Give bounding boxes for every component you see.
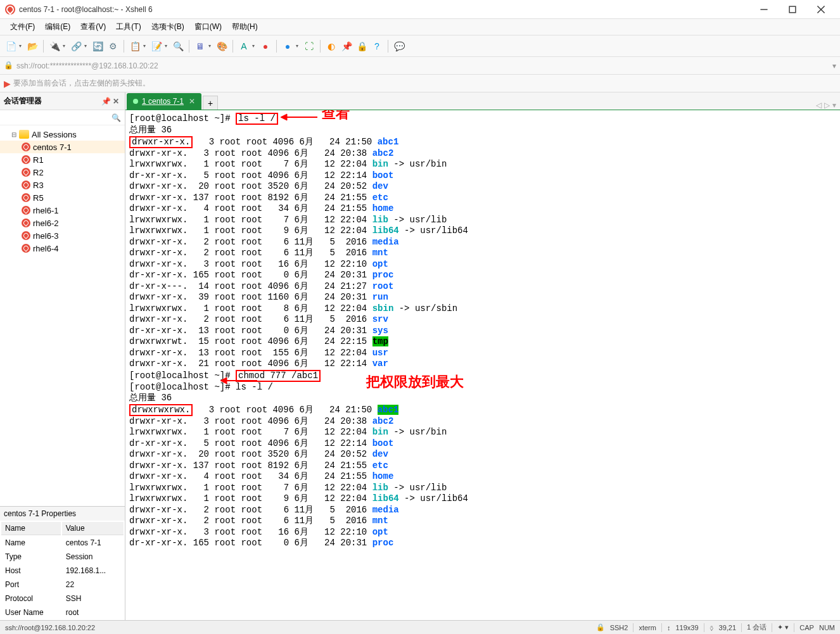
- toolbar-dropdown[interactable]: ▾: [208, 43, 213, 49]
- hint-text: 要添加当前会话，点击左侧的箭头按钮。: [13, 78, 150, 89]
- flag-icon: ▶: [4, 79, 11, 89]
- tree-session[interactable]: rhel6-2: [0, 217, 125, 229]
- transparent-icon[interactable]: ◐: [324, 39, 338, 53]
- properties-icon[interactable]: ⚙: [106, 39, 120, 53]
- tree-session[interactable]: rhel6-4: [0, 242, 125, 255]
- ontop-icon[interactable]: 📌: [340, 39, 353, 53]
- status-cursor-icon: ⎀: [710, 624, 714, 631]
- svg-marker-7: [220, 377, 227, 384]
- tree-session[interactable]: R3: [0, 179, 125, 191]
- lock-icon[interactable]: 🔒: [355, 39, 369, 53]
- paste-icon[interactable]: 📝: [150, 39, 163, 53]
- session-icon: [22, 206, 30, 215]
- add-tab-button[interactable]: +: [203, 96, 218, 110]
- prop-key: Type: [1, 550, 61, 563]
- lock-icon: 🔒: [4, 61, 14, 71]
- tree-session[interactable]: R2: [0, 166, 125, 179]
- session-panel-title: 会话管理器: [4, 96, 101, 106]
- address-text[interactable]: ssh://root:**************@192.168.10.20:…: [16, 61, 832, 70]
- help-icon[interactable]: ?: [370, 39, 384, 53]
- prop-header-name: Name: [1, 522, 61, 535]
- toolbar-dropdown[interactable]: ▾: [63, 43, 68, 49]
- prop-key: Name: [1, 536, 61, 549]
- prop-key: Protocol: [1, 592, 61, 605]
- reconnect-icon[interactable]: 🔄: [91, 39, 105, 53]
- session-tree: ⊟All Sessionscentos 7-1R1R2R3R5rhel6-1rh…: [0, 125, 125, 506]
- status-nav-icon[interactable]: ✦ ▾: [777, 623, 789, 631]
- tab-next-icon[interactable]: ▷: [824, 101, 830, 110]
- menu-item-3[interactable]: 工具(T): [111, 19, 146, 35]
- toolbar-dropdown[interactable]: ▾: [296, 43, 301, 49]
- menu-item-1[interactable]: 编辑(E): [40, 19, 75, 35]
- close-button[interactable]: [806, 1, 835, 18]
- address-dropdown-icon[interactable]: ▾: [832, 61, 836, 70]
- tab-prev-icon[interactable]: ◁: [816, 101, 822, 110]
- session-manager-panel: 会话管理器 📌 ✕ 🔍 ⊟All Sessionscentos 7-1R1R2R…: [0, 92, 125, 620]
- folder-icon: [19, 130, 29, 139]
- session-icon: [22, 193, 30, 202]
- font-icon[interactable]: A: [237, 39, 251, 53]
- status-bar: ssh://root@192.168.10.20:22 🔒 SSH2 xterm…: [0, 620, 840, 634]
- screen-icon[interactable]: 🖥: [193, 39, 207, 53]
- pin-icon[interactable]: 📌: [101, 97, 111, 106]
- session-icon: [22, 168, 30, 177]
- blue-ball-icon[interactable]: ●: [281, 39, 295, 53]
- terminal-output[interactable]: [root@localhost ~]# ls -l / 总用量 36 drwxr…: [125, 110, 840, 620]
- session-icon: [22, 244, 30, 253]
- tree-session[interactable]: R5: [0, 191, 125, 204]
- prop-val: 192.168.1...: [62, 564, 124, 577]
- tab-label: 1 centos 7-1: [142, 97, 184, 106]
- connection-status-icon: [133, 99, 138, 104]
- tab-list-icon[interactable]: ▾: [832, 101, 836, 110]
- tab-nav: ◁ ▷ ▾: [816, 101, 840, 110]
- menu-item-0[interactable]: 文件(F): [5, 19, 40, 35]
- annotation-view: 查看: [322, 110, 350, 119]
- window-title: centos 7-1 - root@localhost:~ - Xshell 6: [19, 5, 749, 14]
- disconnect-icon[interactable]: 🔗: [69, 39, 83, 53]
- toolbar-dropdown[interactable]: ▾: [252, 43, 257, 49]
- session-icon: [22, 219, 30, 227]
- menu-item-2[interactable]: 查看(V): [75, 19, 111, 35]
- tree-session[interactable]: rhel6-1: [0, 204, 125, 217]
- fullscreen-icon[interactable]: ⛶: [302, 39, 316, 53]
- copy-icon[interactable]: 📋: [128, 39, 142, 53]
- prop-val: root: [62, 606, 124, 619]
- menu-item-6[interactable]: 帮助(H): [227, 19, 263, 35]
- tree-session[interactable]: centos 7-1: [0, 141, 125, 153]
- toolbar-dropdown[interactable]: ▾: [143, 43, 148, 49]
- toolbar-dropdown[interactable]: ▾: [165, 43, 170, 49]
- status-protocol: SSH2: [610, 624, 628, 631]
- prop-val: Session: [62, 550, 124, 563]
- chat-icon[interactable]: 💬: [392, 39, 406, 53]
- maximize-button[interactable]: [778, 1, 806, 18]
- menu-item-4[interactable]: 选项卡(B): [146, 19, 189, 35]
- toolbar: 📄▾📂🔌▾🔗▾🔄⚙📋▾📝▾🔍🖥▾🎨A▾●●▾⛶◐📌🔒?💬: [0, 35, 840, 57]
- tree-session[interactable]: R1: [0, 153, 125, 166]
- toolbar-dropdown[interactable]: ▾: [84, 43, 89, 49]
- app-logo-icon: [5, 4, 15, 15]
- status-address: ssh://root@192.168.10.20:22: [5, 624, 596, 631]
- minimize-button[interactable]: [749, 1, 778, 18]
- prop-key: Host: [1, 564, 61, 577]
- status-num: NUM: [819, 624, 835, 631]
- status-size: 119x39: [675, 624, 698, 631]
- connect-icon[interactable]: 🔌: [48, 39, 61, 53]
- new-session-icon[interactable]: 📄: [4, 39, 18, 53]
- color-icon[interactable]: 🎨: [215, 39, 229, 53]
- red-ball-icon[interactable]: ●: [258, 39, 272, 53]
- status-lock-icon: 🔒: [596, 623, 605, 631]
- tab-close-icon[interactable]: ✕: [189, 97, 195, 106]
- session-icon: [22, 231, 30, 240]
- session-search[interactable]: 🔍: [0, 110, 125, 125]
- panel-close-icon[interactable]: ✕: [111, 97, 121, 106]
- status-cap: CAP: [799, 624, 814, 631]
- tree-session[interactable]: rhel6-3: [0, 229, 125, 242]
- open-icon[interactable]: 📂: [25, 39, 39, 53]
- tree-root[interactable]: ⊟All Sessions: [0, 128, 125, 141]
- tab-centos[interactable]: 1 centos 7-1 ✕: [127, 93, 201, 110]
- titlebar: centos 7-1 - root@localhost:~ - Xshell 6: [0, 0, 840, 19]
- find-icon[interactable]: 🔍: [171, 39, 185, 53]
- toolbar-dropdown[interactable]: ▾: [19, 43, 24, 49]
- address-bar: 🔒 ssh://root:**************@192.168.10.2…: [0, 57, 840, 75]
- menu-item-5[interactable]: 窗口(W): [189, 19, 227, 35]
